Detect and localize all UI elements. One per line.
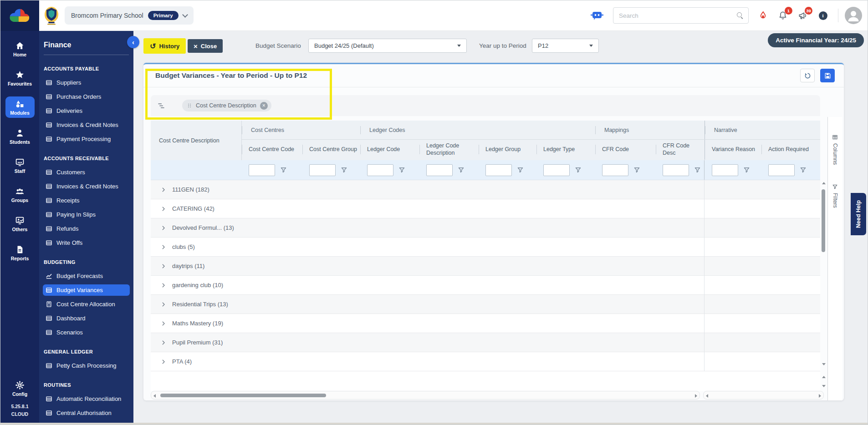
horizontal-scrollbar[interactable] [151, 391, 700, 400]
group-row[interactable]: Pupil Premium (31) [151, 333, 820, 352]
rail-item[interactable]: Students [5, 126, 35, 147]
expand-chevron-icon[interactable] [161, 225, 166, 231]
filter-icon[interactable] [280, 167, 287, 173]
column-filter-input[interactable] [663, 164, 689, 176]
menu-item[interactable]: Central Authorisation [43, 407, 130, 419]
expand-chevron-icon[interactable] [161, 340, 166, 345]
scrollbar-thumb[interactable] [822, 189, 825, 252]
column-filter-input[interactable] [485, 164, 512, 176]
menu-item[interactable]: Budget Variances [43, 284, 130, 296]
group-row[interactable]: daytrips (11) [151, 257, 820, 276]
scroll-up-icon[interactable] [822, 182, 826, 184]
scroll-left-icon[interactable] [153, 394, 156, 398]
expand-chevron-icon[interactable] [161, 321, 166, 326]
menu-item[interactable]: Payment Processing [43, 133, 130, 145]
column-filter-input[interactable] [768, 164, 795, 176]
menu-item[interactable]: Budget Forecasts [43, 270, 130, 282]
notifications-bell-icon[interactable]: 1 [777, 10, 789, 21]
column-header[interactable]: Ledger Code [360, 140, 419, 160]
expand-chevron-icon[interactable] [161, 187, 166, 192]
filter-icon[interactable] [633, 167, 640, 173]
menu-item[interactable]: Scenarios [43, 327, 130, 338]
expand-chevron-icon[interactable] [161, 283, 166, 288]
history-button[interactable]: ↺ History [143, 38, 186, 54]
budget-scenario-select[interactable]: Budget 24/25 (Default) [308, 39, 467, 53]
menu-item[interactable]: Deliveries [43, 105, 130, 116]
rail-item-config[interactable]: Config [5, 378, 35, 399]
remove-group-icon[interactable]: × [260, 102, 268, 110]
expand-chevron-icon[interactable] [161, 302, 166, 307]
column-header[interactable]: Ledger Group [479, 140, 536, 160]
group-row[interactable]: Maths Mastery (19) [151, 314, 820, 333]
group-row[interactable]: Residential Trips (13) [151, 295, 820, 314]
column-filter-input[interactable] [367, 164, 393, 176]
expand-chevron-icon[interactable] [161, 244, 166, 250]
need-help-tab[interactable]: Need Help [851, 193, 866, 235]
info-icon[interactable]: i [817, 10, 829, 21]
rail-item[interactable]: Others [5, 213, 35, 234]
column-filter-input[interactable] [602, 164, 628, 176]
filter-icon[interactable] [743, 167, 750, 173]
close-button[interactable]: × Close [188, 39, 223, 53]
rail-item[interactable]: Modules [5, 96, 35, 118]
rail-item[interactable]: Groups [5, 184, 35, 205]
column-filter-input[interactable] [309, 164, 336, 176]
menu-item[interactable]: Refunds [43, 223, 130, 234]
collapse-sidebar-button[interactable]: ‹ [127, 36, 139, 48]
pinned-column-header[interactable]: Cost Centre Description [151, 121, 241, 160]
group-row[interactable]: PTA (4) [151, 352, 820, 371]
group-row[interactable]: 111GEN (182) [151, 180, 820, 199]
group-row[interactable]: clubs (5) [151, 238, 820, 257]
column-header[interactable]: Cost Centre Group [302, 140, 360, 160]
column-header[interactable]: Ledger Type [536, 140, 595, 160]
school-selector[interactable]: Bromcom Primary School Primary [65, 6, 194, 25]
menu-item[interactable]: Invoices & Credit Notes [43, 181, 130, 192]
expand-chevron-icon[interactable] [161, 263, 166, 269]
scroll-down-icon[interactable] [822, 363, 826, 365]
assistant-bot-icon[interactable] [590, 10, 604, 21]
scrollbar-thumb[interactable] [160, 394, 326, 397]
save-button[interactable] [820, 69, 835, 82]
expand-chevron-icon[interactable] [161, 206, 166, 212]
vertical-scrollbar[interactable] [820, 180, 827, 403]
expand-chevron-icon[interactable] [161, 359, 166, 364]
rail-item[interactable]: Favourites [5, 67, 35, 89]
column-header[interactable]: CFR Code [595, 140, 656, 160]
column-filter-input[interactable] [712, 164, 738, 176]
filter-icon[interactable] [694, 167, 701, 173]
columns-tab[interactable]: Columns [832, 134, 838, 165]
user-avatar[interactable] [845, 7, 862, 24]
rail-item[interactable]: Home [5, 38, 35, 60]
rail-item[interactable]: Staff [5, 155, 35, 176]
filter-icon[interactable] [398, 167, 405, 173]
search-icon[interactable] [736, 12, 744, 19]
menu-item[interactable]: Paying In Slips [43, 209, 130, 220]
menu-item[interactable]: Customers [43, 167, 130, 178]
group-row[interactable]: Devolved Formul... (13) [151, 218, 820, 238]
column-header[interactable]: Variance Reason [705, 140, 761, 160]
group-row[interactable]: CATERING (42) [151, 199, 820, 218]
group-chip[interactable]: Cost Centre Description × [182, 100, 271, 111]
column-header[interactable]: Action Required [761, 140, 820, 160]
column-header[interactable]: Ledger Code Description [419, 140, 479, 160]
filter-icon[interactable] [575, 167, 582, 173]
menu-item[interactable]: Cost Centre Allocation [43, 299, 130, 310]
column-filter-input[interactable] [543, 164, 570, 176]
announcements-megaphone-icon[interactable]: 39 [797, 10, 809, 21]
filter-icon[interactable] [341, 167, 347, 173]
column-header[interactable]: Cost Centre Code [242, 140, 302, 160]
menu-item[interactable]: Suppliers [43, 77, 130, 88]
search-input[interactable] [618, 12, 736, 20]
menu-item[interactable]: Write Offs [43, 237, 130, 248]
pinned-horizontal-scrollbar[interactable] [703, 391, 824, 400]
menu-item[interactable]: Petty Cash Processing [43, 360, 130, 371]
menu-item[interactable]: Automatic Reconciliation [43, 393, 130, 405]
group-row[interactable]: gardening club (10) [151, 276, 820, 295]
period-select[interactable]: P12 [532, 39, 599, 53]
bromcom-cloud-logo[interactable] [0, 0, 39, 31]
filter-icon[interactable] [800, 167, 807, 173]
column-header[interactable]: CFR Code Desc [656, 140, 705, 160]
scroll-up-icon[interactable] [822, 376, 826, 378]
whats-new-flame-icon[interactable] [757, 10, 769, 21]
menu-item[interactable]: Purchase Orders [43, 91, 130, 102]
